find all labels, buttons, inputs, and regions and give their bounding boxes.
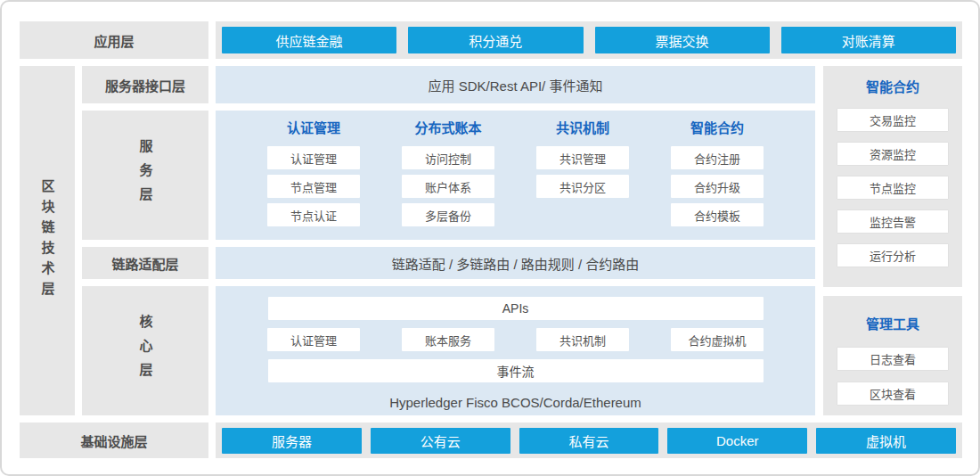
service-item: 共识分区 <box>536 175 629 198</box>
infra-layer-label: 基础设施层 <box>20 423 208 458</box>
interface-layer-content: 应用 SDK/Rest API/ 事件通知 <box>216 66 815 103</box>
infra-button-server: 服务器 <box>222 428 362 454</box>
service-item: 访问控制 <box>402 146 494 169</box>
service-item: 合约升级 <box>671 175 764 198</box>
service-item: 合约注册 <box>671 146 764 169</box>
service-column-auth: 认证管理 认证管理 节点管理 节点认证 <box>267 119 360 226</box>
service-column-title: 智能合约 <box>690 119 744 137</box>
management-tools-panel: 管理工具 日志查看 区块查看 <box>823 296 962 415</box>
tools-item: 日志查看 <box>837 347 949 371</box>
infra-button-private-cloud: 私有云 <box>519 428 659 454</box>
infra-layer-button-strip: 服务器 公有云 私有云 Docker 虚拟机 <box>216 423 962 458</box>
core-layer-label: 核心层 <box>82 286 208 415</box>
app-button-supply-chain-finance: 供应链金融 <box>222 27 396 53</box>
service-item: 认证管理 <box>267 146 360 169</box>
app-layer-button-strip: 供应链金融 积分通兑 票据交换 对账清算 <box>216 21 962 59</box>
core-item: 认证管理 <box>267 328 360 351</box>
core-event-stream-bar: 事件流 <box>268 359 764 382</box>
monitor-item: 节点监控 <box>837 176 949 200</box>
service-layer-label-text: 服务层 <box>136 139 155 211</box>
service-column-title: 认证管理 <box>287 119 340 137</box>
infra-layer-label-text: 基础设施层 <box>80 431 147 450</box>
monitor-item: 交易监控 <box>837 108 949 132</box>
service-layer-label: 服务层 <box>82 111 208 240</box>
monitor-item: 监控告警 <box>837 209 949 234</box>
service-column-ledger: 分布式账本 访问控制 账户体系 多层备份 <box>402 119 494 226</box>
link-layer-content: 链路适配 / 多链路由 / 路由规则 / 合约路由 <box>216 247 815 279</box>
link-layer-label: 链路适配层 <box>82 247 208 279</box>
core-apis-bar: APIs <box>268 297 764 320</box>
core-item: 合约虚拟机 <box>671 328 764 351</box>
infra-button-public-cloud: 公有云 <box>371 428 510 454</box>
smart-contract-monitor-panel: 智能合约 交易监控 资源监控 节点监控 监控告警 运行分析 <box>823 66 962 287</box>
tools-item: 区块查看 <box>837 382 949 406</box>
monitor-item: 运行分析 <box>837 243 949 267</box>
tools-panel-title: 管理工具 <box>866 316 919 333</box>
core-layer-items: 认证管理 账本服务 共识机制 合约虚拟机 <box>267 328 764 351</box>
core-item: 共识机制 <box>536 328 629 351</box>
interface-layer-label-text: 服务器接口层 <box>105 76 185 94</box>
app-layer-label-text: 应用层 <box>94 31 134 50</box>
service-column-consensus: 共识机制 共识管理 共识分区 <box>536 119 629 226</box>
app-button-points-exchange: 积分通兑 <box>408 27 583 53</box>
blockchain-architecture-diagram: 应用层 供应链金融 积分通兑 票据交换 对账清算 区块链技术层 服务器接口层 服… <box>0 0 980 476</box>
service-column-title: 分布式账本 <box>414 119 481 137</box>
service-item: 节点管理 <box>267 175 360 198</box>
service-item: 共识管理 <box>536 146 629 169</box>
app-layer-label: 应用层 <box>20 21 208 59</box>
service-item: 节点认证 <box>267 203 360 226</box>
service-column-smart-contract: 智能合约 合约注册 合约升级 合约模板 <box>671 119 764 226</box>
service-layer-columns: 认证管理 认证管理 节点管理 节点认证 分布式账本 访问控制 账户体系 多层备份… <box>216 111 815 226</box>
service-item: 合约模板 <box>671 203 764 226</box>
service-item: 多层备份 <box>402 203 494 226</box>
interface-layer-label: 服务器接口层 <box>82 66 208 103</box>
service-layer-panel: 认证管理 认证管理 节点管理 节点认证 分布式账本 访问控制 账户体系 多层备份… <box>216 111 815 240</box>
app-button-reconciliation: 对账清算 <box>781 27 956 53</box>
infra-button-docker: Docker <box>667 428 807 454</box>
service-item: 账户体系 <box>402 175 494 198</box>
core-layer-label-text: 核心层 <box>136 315 155 387</box>
monitor-item: 资源监控 <box>837 142 949 166</box>
app-button-bill-exchange: 票据交换 <box>595 27 770 53</box>
core-platforms-text: Hyperledger Fisco BCOS/Corda/Ethereum <box>389 395 641 410</box>
core-item: 账本服务 <box>402 328 494 351</box>
tech-layer-label-text: 区块链技术层 <box>38 179 57 302</box>
tech-layer-label: 区块链技术层 <box>20 66 75 415</box>
link-layer-label-text: 链路适配层 <box>111 254 178 273</box>
core-layer-panel: APIs 认证管理 账本服务 共识机制 合约虚拟机 事件流 Hyperledge… <box>216 286 815 415</box>
service-column-title: 共识机制 <box>556 119 609 137</box>
monitor-panel-title: 智能合约 <box>866 78 919 96</box>
infra-button-vm: 虚拟机 <box>816 428 956 454</box>
